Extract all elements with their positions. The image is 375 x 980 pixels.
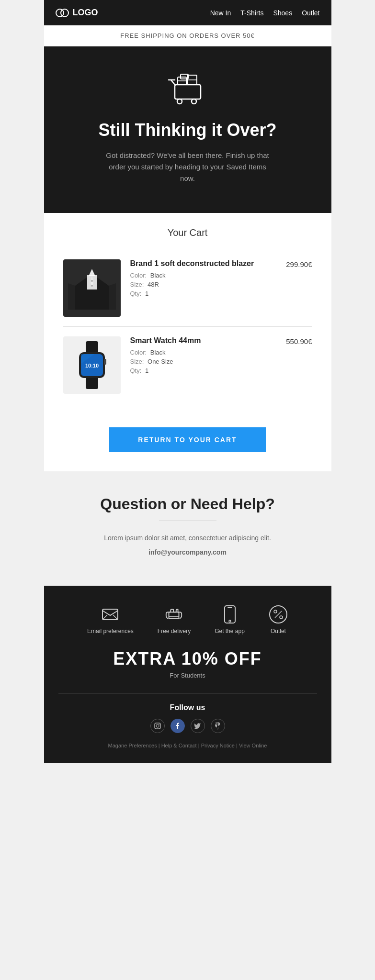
- cart-icon: [58, 70, 317, 111]
- footer-links-text: Magane Preferences | Help & Contact | Pr…: [108, 743, 267, 748]
- percent-icon: [269, 605, 288, 624]
- help-heading: Question or Need Help?: [63, 495, 312, 513]
- watch-size: Size: One Size: [130, 358, 277, 365]
- navbar: LOGO New In T-Shirts Shoes Outlet: [44, 0, 331, 25]
- footer-divider: [58, 693, 317, 694]
- svg-point-34: [274, 610, 277, 613]
- watch-qty: Qty: 1: [130, 367, 277, 374]
- watch-image: 10:10: [63, 336, 121, 394]
- footer-icon-outlet[interactable]: Outlet: [269, 605, 288, 635]
- blazer-details: Brand 1 soft deconstructed blazer Color:…: [130, 259, 277, 299]
- mobile-icon: [220, 605, 239, 624]
- svg-rect-18: [86, 341, 98, 353]
- shipping-banner: FREE SHIPPING ON ORDERS OVER 50€: [44, 25, 331, 46]
- hero-heading: Still Thinking it Over?: [58, 120, 317, 140]
- outlet-label: Outlet: [271, 628, 286, 635]
- logo-text: LOGO: [73, 8, 98, 18]
- blazer-color: Color: Black: [130, 272, 277, 279]
- svg-line-27: [113, 615, 118, 620]
- email-preferences-label: Email preferences: [87, 628, 134, 635]
- footer-icon-free-delivery[interactable]: Free delivery: [158, 605, 191, 635]
- follow-us-label: Follow us: [58, 703, 317, 712]
- free-delivery-icon: [164, 605, 183, 624]
- cart-title: Your Cart: [63, 227, 312, 238]
- help-body: Lorem ipsum dolor sit amet, consectetuer…: [63, 533, 312, 543]
- get-the-app-label: Get the app: [215, 628, 245, 635]
- blazer-name: Brand 1 soft deconstructed blazer: [130, 259, 277, 268]
- return-to-cart-button[interactable]: RETURN TO YOUR CART: [109, 427, 265, 452]
- footer: Email preferences Free delivery: [44, 586, 331, 763]
- nav-links: New In T-Shirts Shoes Outlet: [210, 9, 320, 17]
- watch-name: Smart Watch 44mm: [130, 336, 277, 345]
- svg-rect-24: [104, 359, 106, 365]
- hero-section: Still Thinking it Over? Got distracted? …: [44, 46, 331, 213]
- nav-link-shoes[interactable]: Shoes: [273, 9, 292, 17]
- email-preferences-icon: [101, 605, 120, 624]
- svg-line-36: [275, 611, 282, 618]
- blazer-qty: Qty: 1: [130, 290, 277, 297]
- svg-rect-2: [175, 85, 201, 99]
- svg-rect-14: [87, 275, 97, 290]
- cart-item-blazer: Brand 1 soft deconstructed blazer Color:…: [63, 250, 312, 327]
- follow-us: Follow us: [58, 703, 317, 733]
- svg-point-16: [91, 285, 93, 287]
- svg-rect-25: [102, 609, 118, 620]
- blazer-image: [63, 259, 121, 317]
- watch-details: Smart Watch 44mm Color: Black Size: One …: [130, 336, 277, 376]
- svg-point-15: [91, 280, 93, 282]
- svg-point-4: [177, 99, 182, 104]
- svg-point-5: [192, 99, 196, 104]
- cta-container: RETURN TO YOUR CART: [44, 418, 331, 471]
- svg-rect-37: [155, 723, 160, 729]
- help-email[interactable]: info@yourcompany.com: [63, 547, 312, 557]
- shipping-text: FREE SHIPPING ON ORDERS OVER 50€: [120, 32, 255, 39]
- nav-link-new-in[interactable]: New In: [210, 9, 231, 17]
- footer-icon-email-preferences[interactable]: Email preferences: [87, 605, 134, 635]
- svg-point-31: [229, 620, 231, 622]
- extra-offer-sub: For Students: [58, 672, 317, 679]
- facebook-icon[interactable]: [170, 719, 185, 733]
- social-icons: [58, 719, 317, 733]
- blazer-price: 299.90€: [286, 259, 312, 268]
- extra-offer: EXTRA 10% OFF For Students: [58, 649, 317, 679]
- logo-icon: [56, 9, 69, 17]
- svg-line-26: [102, 615, 107, 620]
- logo: LOGO: [56, 8, 98, 18]
- footer-icon-get-the-app[interactable]: Get the app: [215, 605, 245, 635]
- cart-item-watch: 10:10 Smart Watch 44mm Color: Black Size…: [63, 327, 312, 403]
- help-divider: [159, 521, 216, 521]
- free-delivery-label: Free delivery: [158, 628, 191, 635]
- watch-color: Color: Black: [130, 349, 277, 356]
- svg-rect-28: [169, 612, 179, 618]
- nav-link-outlet[interactable]: Outlet: [302, 9, 319, 17]
- svg-point-39: [159, 724, 159, 724]
- nav-link-tshirts[interactable]: T-Shirts: [240, 9, 263, 17]
- svg-rect-19: [86, 377, 98, 389]
- footer-icons-row: Email preferences Free delivery: [58, 605, 317, 635]
- svg-text:10:10: 10:10: [85, 363, 98, 368]
- svg-point-38: [156, 724, 159, 727]
- watch-price: 550.90€: [286, 336, 312, 345]
- extra-offer-heading: EXTRA 10% OFF: [58, 649, 317, 669]
- twitter-icon[interactable]: [191, 719, 205, 733]
- cart-section: Your Cart: [44, 213, 331, 418]
- help-section: Question or Need Help? Lorem ipsum dolor…: [44, 471, 331, 586]
- instagram-icon[interactable]: [150, 719, 165, 733]
- svg-point-35: [280, 616, 283, 619]
- svg-point-1: [61, 9, 68, 17]
- blazer-size: Size: 48R: [130, 281, 277, 288]
- pinterest-icon[interactable]: [211, 719, 225, 733]
- hero-body: Got distracted? We've all been there. Fi…: [102, 150, 274, 184]
- footer-links: Magane Preferences | Help & Contact | Pr…: [58, 743, 317, 748]
- email-wrapper: LOGO New In T-Shirts Shoes Outlet FREE S…: [44, 0, 331, 763]
